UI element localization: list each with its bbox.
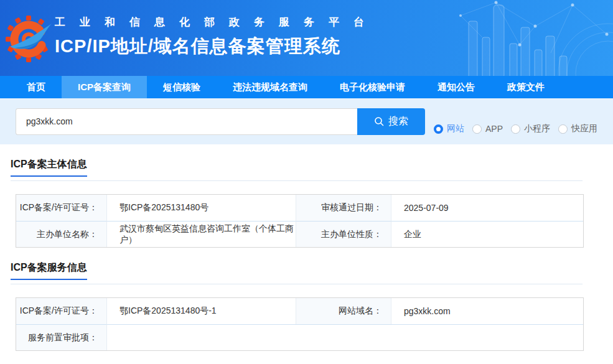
field-value: 武汉市蔡甸区英益信息咨询工作室（个体工商户） [107, 221, 296, 247]
table-row: 服务前置审批项： [16, 324, 583, 350]
magnifier-icon [374, 116, 384, 126]
field-value: 2025-07-09 [391, 195, 583, 221]
section-title-subject-info: ICP备案主体信息 [11, 158, 87, 177]
search-section: 搜索 网站 APP 小程序 快应用 [0, 98, 613, 144]
section-divider [11, 180, 583, 181]
table-row: ICP备案/许可证号： 鄂ICP备2025131480号 审核通过日期： 202… [16, 195, 583, 221]
field-label: 审核通过日期： [296, 195, 391, 221]
nav-item-policy-files[interactable]: 政策文件 [491, 76, 561, 98]
radio-icon [511, 124, 520, 134]
site-title: ICP/IP地址/域名信息备案管理系统 [55, 34, 378, 59]
page-header: 工业和信息化部政务服务平台 ICP/IP地址/域名信息备案管理系统 [0, 0, 613, 76]
field-value [107, 324, 583, 350]
header-skyline-decoration [457, 0, 613, 76]
field-value: 企业 [391, 221, 583, 247]
search-button[interactable]: 搜索 [357, 108, 425, 135]
radio-option-app[interactable]: APP [472, 124, 503, 134]
section-divider [11, 284, 583, 284]
nav-item-sms-verify[interactable]: 短信核验 [147, 76, 217, 98]
service-info-table: ICP备案/许可证号： 鄂ICP备2025131480号-1 网站域名： pg3… [16, 297, 584, 351]
table-row: ICP备案/许可证号： 鄂ICP备2025131480号-1 网站域名： pg3… [16, 298, 583, 324]
radio-option-quickapp[interactable]: 快应用 [558, 123, 597, 134]
section-subject-info: ICP备案主体信息 ICP备案/许可证号： 鄂ICP备2025131480号 审… [0, 158, 613, 248]
field-label: ICP备案/许可证号： [16, 195, 107, 221]
table-row: 主办单位名称： 武汉市蔡甸区英益信息咨询工作室（个体工商户） 主办单位性质： 企… [16, 221, 583, 247]
radio-label: 网站 [447, 123, 464, 134]
nav-item-home[interactable]: 首页 [11, 76, 62, 98]
field-label: 网站域名： [296, 298, 391, 324]
main-nav: 首页 ICP备案查询 短信核验 违法违规域名查询 电子化核验申请 通知公告 政策… [0, 76, 613, 98]
subject-info-table: ICP备案/许可证号： 鄂ICP备2025131480号 审核通过日期： 202… [16, 194, 584, 248]
field-label: 主办单位性质： [296, 221, 391, 247]
platform-slogan: 工业和信息化部政务服务平台 [55, 15, 378, 29]
radio-label: APP [485, 124, 503, 134]
search-type-radio-group: 网站 APP 小程序 快应用 [434, 123, 597, 134]
section-title-service-info: ICP备案服务信息 [11, 261, 87, 280]
radio-label: 快应用 [571, 123, 597, 134]
field-label: 主办单位名称： [16, 221, 107, 247]
nav-item-notices[interactable]: 通知公告 [421, 76, 491, 98]
field-label: 服务前置审批项： [16, 324, 107, 350]
radio-label: 小程序 [524, 123, 550, 134]
section-service-info: ICP备案服务信息 ICP备案/许可证号： 鄂ICP备2025131480号-1… [0, 261, 613, 351]
radio-icon [434, 124, 443, 134]
search-input[interactable] [16, 108, 357, 135]
radio-option-website[interactable]: 网站 [434, 123, 464, 134]
field-value: 鄂ICP备2025131480号-1 [107, 298, 296, 324]
radio-icon [558, 124, 568, 134]
header-text-block: 工业和信息化部政务服务平台 ICP/IP地址/域名信息备案管理系统 [55, 15, 378, 59]
field-label: ICP备案/许可证号： [16, 298, 107, 324]
nav-item-icp-query[interactable]: ICP备案查询 [62, 76, 147, 98]
radio-option-miniprogram[interactable]: 小程序 [511, 123, 550, 134]
miit-logo-icon [4, 7, 54, 68]
nav-item-electronic-verification[interactable]: 电子化核验申请 [324, 76, 421, 98]
radio-icon [472, 124, 482, 134]
nav-item-illegal-domain-query[interactable]: 违法违规域名查询 [217, 76, 324, 98]
field-value: pg3xkk.com [391, 298, 583, 324]
search-button-label: 搜索 [388, 115, 408, 128]
field-value: 鄂ICP备2025131480号 [107, 195, 296, 221]
